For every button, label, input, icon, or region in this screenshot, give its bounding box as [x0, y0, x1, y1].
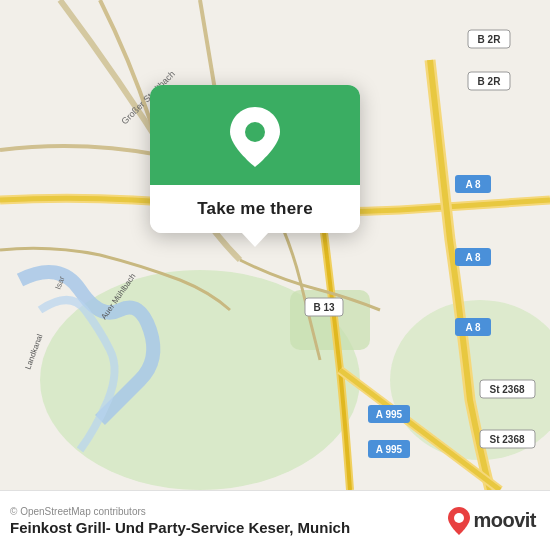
cta-button[interactable]: Take me there — [197, 199, 313, 219]
bottom-bar: © OpenStreetMap contributors Feinkost Gr… — [0, 490, 550, 550]
location-popup: Take me there — [150, 85, 360, 233]
location-pin-icon — [230, 107, 280, 167]
moovit-logo[interactable]: moovit — [448, 507, 536, 535]
svg-text:A 8: A 8 — [465, 252, 481, 263]
svg-text:B 13: B 13 — [313, 302, 335, 313]
popup-top — [150, 85, 360, 185]
map-view[interactable]: B 2R B 2R A 8 A 8 A 8 B 13 A 995 A 995 S… — [0, 0, 550, 490]
svg-text:A 8: A 8 — [465, 322, 481, 333]
attribution-text: © OpenStreetMap contributors — [10, 506, 350, 517]
bottom-left-info: © OpenStreetMap contributors Feinkost Gr… — [10, 506, 350, 536]
svg-point-30 — [454, 513, 464, 523]
moovit-text: moovit — [473, 509, 536, 532]
moovit-pin-icon — [448, 507, 470, 535]
map-svg: B 2R B 2R A 8 A 8 A 8 B 13 A 995 A 995 S… — [0, 0, 550, 490]
svg-point-29 — [245, 122, 265, 142]
svg-text:St 2368: St 2368 — [489, 434, 524, 445]
popup-bottom[interactable]: Take me there — [150, 185, 360, 233]
svg-text:B 2R: B 2R — [478, 76, 502, 87]
svg-text:A 8: A 8 — [465, 179, 481, 190]
svg-text:A 995: A 995 — [376, 409, 403, 420]
svg-text:St 2368: St 2368 — [489, 384, 524, 395]
svg-text:A 995: A 995 — [376, 444, 403, 455]
svg-text:B 2R: B 2R — [478, 34, 502, 45]
place-name-text: Feinkost Grill- Und Party-Service Keser,… — [10, 519, 350, 536]
